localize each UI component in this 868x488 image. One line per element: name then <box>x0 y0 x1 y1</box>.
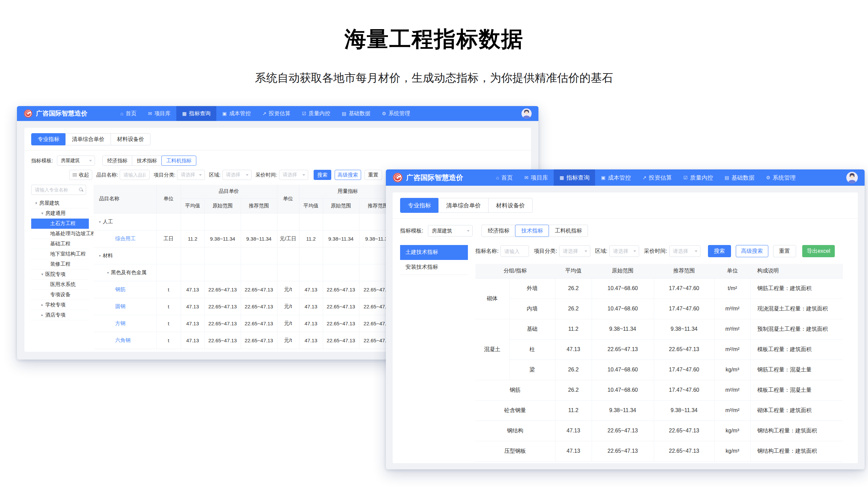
nav-item-home[interactable]: ⌂首页 <box>115 106 142 121</box>
project-class-select[interactable]: 请选择 <box>559 245 590 257</box>
nav-item-quality[interactable]: ☑质量内控 <box>296 106 336 121</box>
subtab-0[interactable]: 经济指标 <box>102 156 132 166</box>
avg-cell: 26.2 <box>555 380 592 400</box>
avg-cell: 11.2 <box>299 230 323 247</box>
user-avatar[interactable] <box>846 172 858 183</box>
brand-logo-icon <box>393 172 403 183</box>
item-link[interactable]: 钢筋 <box>94 286 125 293</box>
divider <box>393 218 858 219</box>
indicator-name-input[interactable] <box>500 245 529 257</box>
subtab-2[interactable]: 工料机指标 <box>161 156 196 166</box>
table-row: 圆钢t47.1322.65~47.1322.65~47.13元/t47.1322… <box>94 298 396 315</box>
indicator-type-tabs: 经济指标技术指标工料机指标 <box>102 156 196 166</box>
nav-item-home[interactable]: ⌂首页 <box>490 169 518 186</box>
subtab-1[interactable]: 技术指标 <box>132 156 162 166</box>
nav-item-basedata[interactable]: ▤基础数据 <box>719 169 760 186</box>
region-select[interactable]: 请选择 <box>222 170 252 180</box>
nav-item-projects[interactable]: ✉项目库 <box>518 169 554 186</box>
empty-cell <box>181 247 204 264</box>
rec-range-cell: 9.38~11.34 <box>654 400 714 421</box>
nav-item-system[interactable]: ⚙系统管理 <box>760 169 802 186</box>
table-row: 钢筋26.210.47~68.6017.47~47.60m²/m²模板工程量：混… <box>475 380 843 400</box>
export-excel-button[interactable]: 导出excel <box>802 245 835 257</box>
nav-item-investment[interactable]: ↗投资估算 <box>637 169 678 186</box>
tree-search-input[interactable] <box>32 187 74 192</box>
tree-item[interactable]: 装修工程 <box>31 259 89 269</box>
nav-item-projects[interactable]: ✉项目库 <box>142 106 176 121</box>
empty-cell <box>299 213 323 230</box>
subtab-2[interactable]: 工料机指标 <box>549 225 588 237</box>
unit-cell: m²/m² <box>714 380 750 400</box>
nav-item-cost[interactable]: ▣成本管控 <box>216 106 256 121</box>
tree-item[interactable]: 土石方工程 <box>31 219 89 229</box>
collapse-button[interactable]: 收起 <box>69 170 92 180</box>
template-select[interactable]: 房屋建筑 <box>428 225 473 237</box>
tab-1[interactable]: 清单综合单价 <box>438 198 489 213</box>
nav-item-investment[interactable]: ↗投资估算 <box>257 106 296 121</box>
reset-button[interactable]: 重置 <box>773 245 796 257</box>
nav-item-basedata[interactable]: ▤基础数据 <box>336 106 376 121</box>
item-name-input[interactable] <box>120 170 150 180</box>
nav-item-cost[interactable]: ▣成本管控 <box>595 169 636 186</box>
table-row: 砌体外墙26.210.47~68.6017.47~47.60t/m²钢筋工程量：… <box>475 278 843 299</box>
advanced-search-button[interactable]: 高级搜索 <box>736 245 768 257</box>
unit-cell: 元/t <box>277 332 299 349</box>
nav-item-indicators[interactable]: ▦指标查询 <box>176 106 216 121</box>
brand-name: 广咨国际智慧造价 <box>36 109 87 118</box>
home-icon: ⌂ <box>120 111 123 116</box>
empty-cell <box>323 247 359 264</box>
price-date-select[interactable]: 请选择 <box>669 245 701 257</box>
tree-item[interactable]: ▾房建通用 <box>31 208 89 219</box>
tree-item-label: 房建通用 <box>45 210 66 217</box>
unit-cell: kg/m³ <box>714 441 750 461</box>
empty-cell <box>204 264 241 281</box>
tab-2[interactable]: 材料设备价 <box>488 198 533 213</box>
template-filter-row: 指标模板: 房屋建筑 经济指标技术指标工料机指标 <box>400 225 850 237</box>
orig-range-cell: 10.47~68.60 <box>592 278 654 299</box>
tree-item[interactable]: ▸学校专项 <box>31 300 89 310</box>
nav-item-system[interactable]: ⚙系统管理 <box>376 106 416 121</box>
orig-range-cell: 22.65~47.13 <box>323 332 359 349</box>
tree-list: ▾房屋建筑▾房建通用土石方工程地基处理与边坡工程基础工程地下室结构工程装修工程▾… <box>31 198 89 320</box>
item-link[interactable]: 方钢 <box>94 320 125 327</box>
tab-0[interactable]: 专业指标 <box>400 198 439 213</box>
tree-item[interactable]: 专项设备 <box>31 290 89 300</box>
avg-cell: 47.13 <box>555 339 592 360</box>
search-button[interactable]: 搜索 <box>314 170 331 180</box>
side-menu-item-1[interactable]: 安装技术指标 <box>400 260 468 275</box>
template-select[interactable]: 房屋建筑 <box>57 156 95 166</box>
tree-item[interactable]: ▾医院专项 <box>31 269 89 280</box>
item-link[interactable]: 圆钢 <box>94 303 125 310</box>
tree-item[interactable]: 地下室结构工程 <box>31 249 89 259</box>
tree-item[interactable]: ▾房屋建筑 <box>31 198 89 208</box>
tree-item[interactable]: ▸酒店专项 <box>31 310 89 320</box>
side-menu-item-0[interactable]: 土建技术指标 <box>400 245 468 260</box>
subtab-1[interactable]: 技术指标 <box>515 225 549 237</box>
orig-range-cell: 22.65~47.13 <box>323 298 359 315</box>
item-link[interactable]: 综合用工 <box>94 236 136 242</box>
nav-item-indicators[interactable]: ▦指标查询 <box>554 169 595 186</box>
region-select[interactable]: 请选择 <box>609 245 639 257</box>
nav-item-quality[interactable]: ☑质量内控 <box>677 169 719 186</box>
avg-cell: 47.13 <box>181 332 204 349</box>
subtab-0[interactable]: 经济指标 <box>481 225 515 237</box>
indicator-cell: 压型钢板 <box>475 441 555 461</box>
search-button[interactable]: 搜索 <box>708 245 731 257</box>
tree-item[interactable]: 医用水系统 <box>31 280 89 290</box>
project-class-select[interactable]: 请选择 <box>177 170 205 180</box>
user-avatar[interactable] <box>521 108 532 119</box>
tab-0[interactable]: 专业指标 <box>31 133 66 145</box>
tab-1[interactable]: 清单综合单价 <box>65 133 111 145</box>
item-link[interactable]: 六角钢 <box>94 337 131 344</box>
tree-item[interactable]: 基础工程 <box>31 239 89 249</box>
tab-2[interactable]: 材料设备价 <box>111 133 151 145</box>
nav-item-label: 系统管理 <box>389 110 410 117</box>
nav-item-label: 项目库 <box>531 174 548 182</box>
nav-item-label: 指标查询 <box>189 110 211 117</box>
advanced-search-button[interactable]: 高级搜索 <box>335 170 361 180</box>
empty-cell <box>323 264 359 281</box>
price-date-select[interactable]: 请选择 <box>279 170 308 180</box>
indicator-cell: 基础 <box>509 319 555 339</box>
tree-item[interactable]: 地基处理与边坡工程 <box>31 229 89 239</box>
reset-button[interactable]: 重置 <box>364 170 382 180</box>
